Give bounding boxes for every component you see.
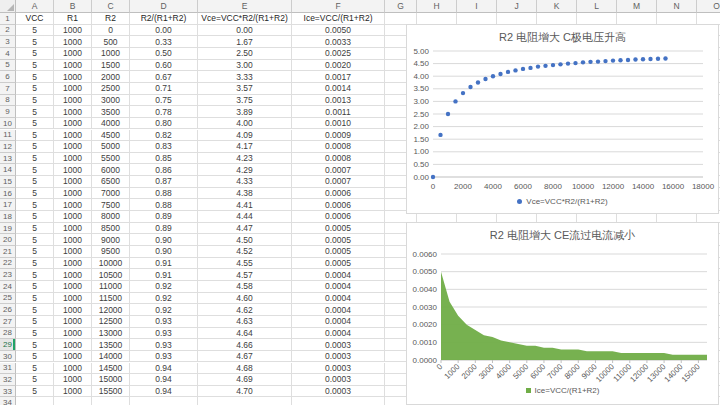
row-header[interactable]: 34 [0,397,16,405]
cell[interactable]: 5 [16,304,54,316]
cell[interactable]: 4.69 [198,374,292,386]
row-header[interactable]: 16 [0,188,16,200]
cell[interactable]: 0.90 [130,234,198,246]
cell[interactable]: 12500 [92,316,130,328]
cell[interactable]: Ice=VCC/(R1+R2) [292,13,385,25]
cell[interactable] [92,397,130,405]
cell[interactable]: 1000 [54,328,92,340]
column-header[interactable]: M [617,0,657,13]
row-header[interactable]: 25 [0,293,16,305]
cell[interactable]: 0.0003 [292,339,385,351]
cell[interactable]: 5 [16,83,54,95]
cell[interactable]: 5000 [92,141,130,153]
cell[interactable]: 6500 [92,176,130,188]
cell[interactable]: 0.0033 [292,36,385,48]
cell[interactable]: 5 [16,351,54,363]
cell[interactable]: 3500 [92,106,130,118]
cell[interactable]: 1000 [54,374,92,386]
cell[interactable]: 5 [16,118,54,130]
cell[interactable]: 5 [16,363,54,375]
cell[interactable]: 0.0006 [292,211,385,223]
cell[interactable]: 1000 [54,164,92,176]
cell[interactable]: 12000 [92,304,130,316]
cell[interactable]: 0.80 [130,118,198,130]
cell[interactable]: 0.0017 [292,71,385,83]
cell[interactable]: 4.55 [198,258,292,270]
cell[interactable]: 0.0003 [292,363,385,375]
cell[interactable]: 0.89 [130,211,198,223]
cell[interactable]: 0.0004 [292,316,385,328]
cell[interactable]: 5 [16,25,54,37]
cell[interactable]: 4.29 [198,164,292,176]
cell[interactable] [617,13,657,25]
cell[interactable]: 5 [16,386,54,398]
cell[interactable]: 0.0009 [292,130,385,142]
row-header[interactable]: 24 [0,281,16,293]
chart-ice-area[interactable]: R2 电阻增大 CE流过电流减小 Ice=VCC/(R1+R2) 0.00000… [406,222,719,405]
row-header[interactable]: 9 [0,106,16,118]
row-header[interactable]: 2 [0,25,16,37]
row-header[interactable]: 14 [0,164,16,176]
row-header[interactable]: 23 [0,269,16,281]
cell[interactable]: 4.41 [198,199,292,211]
cell[interactable]: 0.0004 [292,281,385,293]
cell[interactable]: 0.93 [130,339,198,351]
cell[interactable]: 10500 [92,269,130,281]
cell[interactable]: 2500 [92,83,130,95]
cell[interactable]: 5500 [92,153,130,165]
row-header[interactable]: 10 [0,118,16,130]
row-header[interactable]: 6 [0,71,16,83]
cell[interactable]: 0.92 [130,304,198,316]
cell[interactable]: 2.50 [198,48,292,60]
cell[interactable]: 5 [16,60,54,72]
cell[interactable]: 0.33 [130,36,198,48]
cell[interactable]: 4.62 [198,304,292,316]
cell[interactable]: 5 [16,48,54,60]
cell[interactable]: 0.90 [130,246,198,258]
cell[interactable]: 1000 [54,60,92,72]
cell[interactable]: 4.52 [198,246,292,258]
cell[interactable]: 4.33 [198,176,292,188]
cell[interactable]: 5 [16,223,54,235]
cell[interactable]: 1500 [92,60,130,72]
cell[interactable]: 0.93 [130,328,198,340]
column-header[interactable]: B [54,0,92,13]
cell[interactable]: 5 [16,211,54,223]
cell[interactable]: 0.93 [130,351,198,363]
cell[interactable]: 0.0005 [292,246,385,258]
cell[interactable]: 0.88 [130,188,198,200]
cell[interactable]: 1000 [54,95,92,107]
cell[interactable]: 5 [16,106,54,118]
cell[interactable]: 4.57 [198,269,292,281]
cell[interactable]: 4.58 [198,281,292,293]
cell[interactable]: 13500 [92,339,130,351]
cell[interactable]: 1000 [54,386,92,398]
cell[interactable]: 6000 [92,164,130,176]
cell[interactable]: 0.94 [130,386,198,398]
cell[interactable]: 4.50 [198,234,292,246]
select-all-button[interactable] [0,0,16,13]
cell[interactable]: 1000 [54,269,92,281]
cell[interactable]: 4.66 [198,339,292,351]
cell[interactable]: 4.00 [198,118,292,130]
row-header[interactable]: 12 [0,141,16,153]
cell[interactable]: 0.88 [130,199,198,211]
cell[interactable]: 5 [16,199,54,211]
column-header[interactable]: C [92,0,130,13]
cell[interactable] [54,397,92,405]
cell[interactable] [417,13,457,25]
cell[interactable]: 0.0007 [292,176,385,188]
cell[interactable]: 5 [16,95,54,107]
row-header[interactable]: 11 [0,130,16,142]
cell[interactable] [130,397,198,405]
cell[interactable]: 0.0011 [292,106,385,118]
cell[interactable]: 1000 [54,351,92,363]
cell[interactable]: 1000 [54,293,92,305]
cell[interactable]: 4.64 [198,328,292,340]
column-header[interactable]: J [497,0,537,13]
cell[interactable]: 7500 [92,199,130,211]
cell[interactable]: 0.92 [130,293,198,305]
cell[interactable]: 1000 [54,83,92,95]
cell[interactable]: 4.44 [198,211,292,223]
cell[interactable]: 4500 [92,130,130,142]
